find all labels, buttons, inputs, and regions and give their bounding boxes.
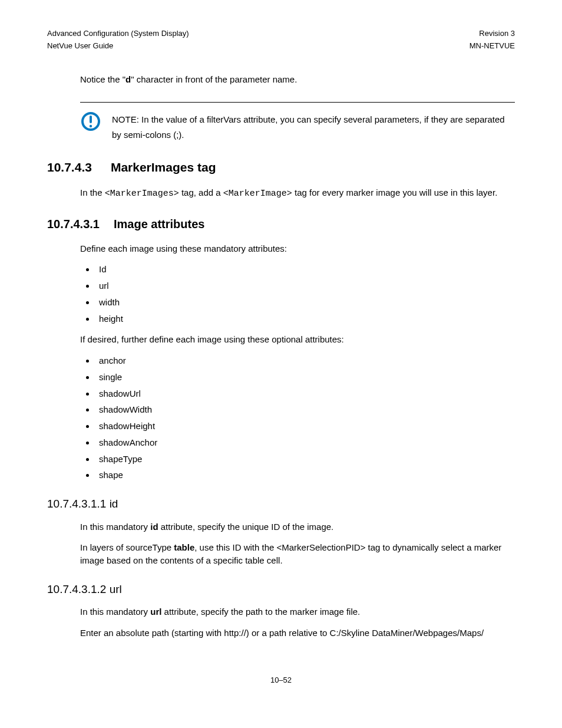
header-left-1: Advanced Configuration (System Display) xyxy=(47,28,189,39)
paragraph: In layers of sourceType table, use this … xyxy=(80,541,515,567)
list-item: shadowAnchor xyxy=(95,436,515,449)
note-text: NOTE: In the value of a filterVars attri… xyxy=(112,110,515,142)
svg-point-1 xyxy=(90,125,92,127)
list-item: url xyxy=(95,279,515,292)
heading-10-7-4-3-1-1: 10.7.4.3.1.1 id xyxy=(47,496,515,512)
list-item: height xyxy=(95,312,515,325)
list-item: Id xyxy=(95,263,515,276)
header-row-1: Advanced Configuration (System Display) … xyxy=(47,28,515,39)
list-item: shadowWidth xyxy=(95,403,515,416)
list-item: single xyxy=(95,371,515,384)
header-right-2: MN-NETVUE xyxy=(470,41,515,52)
paragraph: In this mandatory id attribute, specify … xyxy=(80,521,515,533)
header-right-1: Revision 3 xyxy=(479,28,515,39)
paragraph: Enter an absolute path (starting with ht… xyxy=(80,627,515,640)
list-item: shape xyxy=(95,469,515,482)
heading-10-7-4-3-1: 10.7.4.3.1 Image attributes xyxy=(47,216,515,233)
paragraph: In this mandatory url attribute, specify… xyxy=(80,605,515,618)
heading-10-7-4-3: 10.7.4.3 MarkerImages tag xyxy=(47,159,515,176)
info-icon xyxy=(80,111,101,132)
list-item: shapeType xyxy=(95,453,515,466)
list-item: anchor xyxy=(95,354,515,367)
mandatory-attributes-list: Id url width height xyxy=(80,263,515,325)
page-number: 10–52 xyxy=(47,675,515,686)
header-row-2: NetVue User Guide MN-NETVUE xyxy=(47,41,515,52)
notice-paragraph: Notice the "d" character in front of the… xyxy=(80,73,515,86)
divider xyxy=(80,102,515,103)
heading-10-7-4-3-1-2: 10.7.4.3.1.2 url xyxy=(47,581,515,598)
list-item: shadowHeight xyxy=(95,420,515,433)
paragraph: If desired, further define each image us… xyxy=(80,333,515,346)
optional-attributes-list: anchor single shadowUrl shadowWidth shad… xyxy=(80,354,515,482)
paragraph: Define each image using these mandatory … xyxy=(80,242,515,255)
svg-rect-2 xyxy=(90,116,92,123)
list-item: shadowUrl xyxy=(95,387,515,400)
header-left-2: NetVue User Guide xyxy=(47,41,113,52)
note-box: NOTE: In the value of a filterVars attri… xyxy=(80,110,515,142)
list-item: width xyxy=(95,296,515,309)
paragraph: In the <MarkerImages> tag, add a <Marker… xyxy=(80,186,515,200)
